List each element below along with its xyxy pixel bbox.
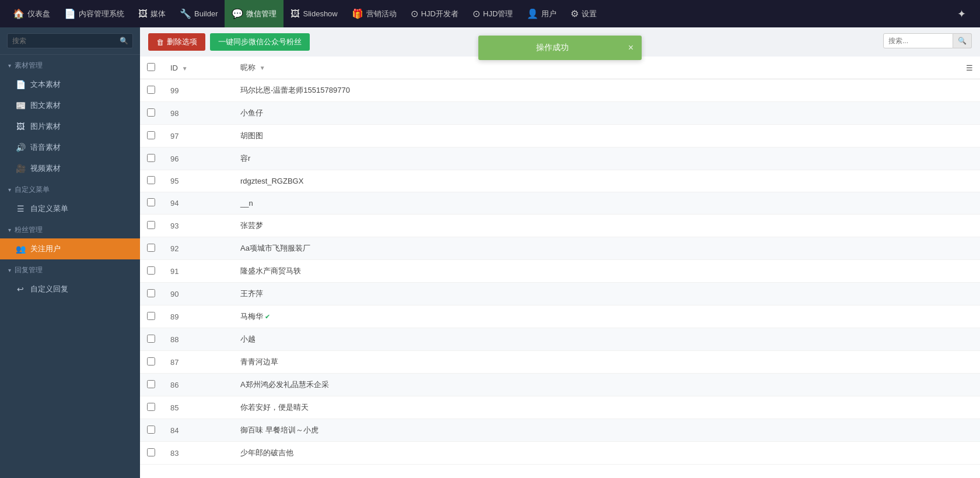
row-checkbox-89[interactable] <box>147 312 155 320</box>
header-checkbox <box>140 57 163 79</box>
table-row: 95 rdgztest_RGZBGX <box>140 170 980 192</box>
sidebar-item-image-text-material[interactable]: 📰图文素材 <box>0 95 140 116</box>
section-title-reply: 回复管理 <box>15 265 43 275</box>
sidebar-section-reply[interactable]: ▾回复管理 <box>0 259 140 279</box>
row-checkbox-98[interactable] <box>147 108 155 117</box>
row-id-96: 96 <box>163 147 233 170</box>
toast-close-button[interactable]: × <box>628 43 634 53</box>
sync-button[interactable]: 一键同步微信公众号粉丝 <box>210 33 310 51</box>
nav-label-users: 用户 <box>541 9 556 19</box>
row-checkbox-cell <box>140 170 163 192</box>
nav-item-slideshow[interactable]: 🖼Slideshow <box>284 0 344 27</box>
row-checkbox-97[interactable] <box>147 131 155 139</box>
row-menu-99 <box>957 79 980 102</box>
nav-label-hjd-dev: HJD开发者 <box>421 9 459 19</box>
sidebar-item-video-material[interactable]: 🎥视频素材 <box>0 158 140 179</box>
header-id[interactable]: ID ▼ <box>163 57 233 79</box>
row-nickname-90: 王齐萍 <box>233 283 957 305</box>
row-checkbox-96[interactable] <box>147 154 155 162</box>
row-menu-85 <box>957 396 980 419</box>
sidebar-section-custom-menu[interactable]: ▾自定义菜单 <box>0 179 140 198</box>
nav-item-builder[interactable]: 🔧Builder <box>173 0 225 27</box>
sidebar-section-material[interactable]: ▾素材管理 <box>0 55 140 74</box>
row-id-91: 91 <box>163 260 233 283</box>
nav-item-media[interactable]: 🖼媒体 <box>131 0 173 27</box>
row-nickname-92: Aa项城市飞翔服装厂 <box>233 237 957 260</box>
row-checkbox-cell <box>140 328 163 351</box>
row-nickname-95: rdgztest_RGZBGX <box>233 170 957 192</box>
row-checkbox-83[interactable] <box>147 448 155 456</box>
chevron-icon-custom-menu: ▾ <box>8 187 11 193</box>
row-checkbox-92[interactable] <box>147 244 155 252</box>
section-title-material: 素材管理 <box>15 61 43 71</box>
row-id-94: 94 <box>163 192 233 215</box>
row-checkbox-95[interactable] <box>147 176 155 184</box>
nav-item-hjd-admin[interactable]: ⊙HJD管理 <box>466 0 520 27</box>
table-row: 88 小越 <box>140 328 980 351</box>
table-search-input[interactable] <box>883 33 953 48</box>
nav-icon-media: 🖼 <box>138 9 148 19</box>
table-row: 84 御百味 早餐培训～小虎 <box>140 419 980 442</box>
section-title-custom-menu: 自定义菜单 <box>15 185 50 195</box>
sidebar-icon-follow-users: 👥 <box>15 244 26 254</box>
row-id-93: 93 <box>163 215 233 237</box>
row-id-84: 84 <box>163 419 233 442</box>
row-menu-90 <box>957 283 980 305</box>
sidebar-icon-image-text-material: 📰 <box>15 101 26 110</box>
row-checkbox-91[interactable] <box>147 266 155 275</box>
row-nickname-93: 张芸梦 <box>233 215 957 237</box>
sidebar-search-input[interactable] <box>7 33 133 48</box>
row-checkbox-99[interactable] <box>147 86 155 94</box>
row-checkbox-cell <box>140 125 163 147</box>
nav-item-hjd-dev[interactable]: ⊙HJD开发者 <box>404 0 466 27</box>
table-row: 97 胡图图 <box>140 125 980 147</box>
row-checkbox-cell <box>140 442 163 465</box>
row-id-90: 90 <box>163 283 233 305</box>
sidebar-item-custom-reply[interactable]: ↩自定义回复 <box>0 279 140 300</box>
row-nickname-85: 你若安好，便是晴天 <box>233 396 957 419</box>
sidebar: 🔍 ▾素材管理📄文本素材📰图文素材🖼图片素材🔊语音素材🎥视频素材▾自定义菜单☰自… <box>0 27 140 478</box>
nav-plus-icon[interactable]: ✦ <box>949 8 974 20</box>
sidebar-item-image-material[interactable]: 🖼图片素材 <box>0 116 140 137</box>
row-nickname-86: A郑州鸿必发礼品慧禾企采 <box>233 374 957 396</box>
table-row: 96 容r <box>140 147 980 170</box>
row-checkbox-88[interactable] <box>147 335 155 343</box>
table-row: 83 少年郎的破吉他 <box>140 442 980 465</box>
row-checkbox-cell <box>140 283 163 305</box>
nav-item-marketing[interactable]: 🎁营销活动 <box>345 0 404 27</box>
row-checkbox-86[interactable] <box>147 380 155 388</box>
sidebar-sections: ▾素材管理📄文本素材📰图文素材🖼图片素材🔊语音素材🎥视频素材▾自定义菜单☰自定义… <box>0 55 140 300</box>
toast-message: 操作成功 <box>536 43 569 53</box>
row-id-86: 86 <box>163 374 233 396</box>
nav-item-cms[interactable]: 📄内容管理系统 <box>57 0 131 27</box>
verified-icon: ✔ <box>265 313 270 320</box>
sidebar-item-audio-material[interactable]: 🔊语音素材 <box>0 137 140 158</box>
delete-button[interactable]: 🗑 删除选项 <box>148 33 205 51</box>
sidebar-item-text-material[interactable]: 📄文本素材 <box>0 74 140 95</box>
sidebar-section-fans[interactable]: ▾粉丝管理 <box>0 219 140 238</box>
nav-item-users[interactable]: 👤用户 <box>520 0 564 27</box>
nav-item-settings[interactable]: ⚙设置 <box>564 0 604 27</box>
sidebar-item-follow-users[interactable]: 👥关注用户 <box>0 238 140 259</box>
table-search-button[interactable]: 🔍 <box>953 33 972 48</box>
row-menu-84 <box>957 419 980 442</box>
select-all-checkbox[interactable] <box>147 63 155 71</box>
header-menu[interactable]: ☰ <box>957 57 980 79</box>
row-nickname-87: 青青河边草 <box>233 351 957 374</box>
main-layout: 🔍 ▾素材管理📄文本素材📰图文素材🖼图片素材🔊语音素材🎥视频素材▾自定义菜单☰自… <box>0 27 980 478</box>
row-checkbox-85[interactable] <box>147 403 155 411</box>
row-checkbox-93[interactable] <box>147 221 155 229</box>
row-checkbox-cell <box>140 419 163 442</box>
row-checkbox-cell <box>140 260 163 283</box>
chevron-icon-fans: ▾ <box>8 227 11 233</box>
sidebar-icon-custom-menu-item: ☰ <box>15 204 26 213</box>
sidebar-item-custom-menu-item[interactable]: ☰自定义菜单 <box>0 198 140 219</box>
row-id-95: 95 <box>163 170 233 192</box>
nav-item-dashboard[interactable]: 🏠仪表盘 <box>6 0 57 27</box>
row-checkbox-90[interactable] <box>147 289 155 297</box>
sidebar-label-custom-menu-item: 自定义菜单 <box>30 203 68 214</box>
nav-item-wechat[interactable]: 💬微信管理 <box>225 0 284 27</box>
row-checkbox-84[interactable] <box>147 426 155 434</box>
row-checkbox-94[interactable] <box>147 198 155 206</box>
row-checkbox-87[interactable] <box>147 357 155 365</box>
